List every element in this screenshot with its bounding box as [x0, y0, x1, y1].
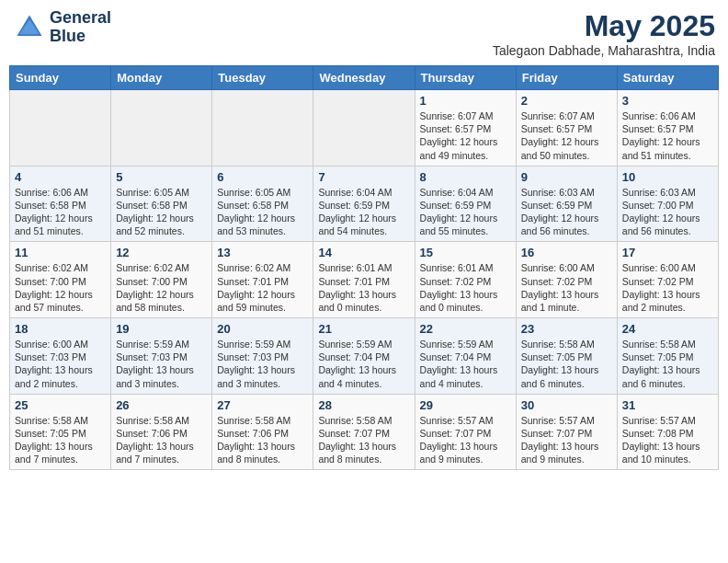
day-number: 15 [420, 246, 511, 259]
day-number: 16 [521, 246, 612, 259]
calendar-cell: 23Sunrise: 5:58 AM Sunset: 7:05 PM Dayli… [516, 318, 617, 395]
day-number: 7 [318, 170, 409, 184]
day-info: Sunrise: 5:59 AM Sunset: 7:03 PM Dayligh… [116, 338, 207, 390]
calendar-cell: 17Sunrise: 6:00 AM Sunset: 7:02 PM Dayli… [617, 242, 718, 318]
calendar-cell: 1Sunrise: 6:07 AM Sunset: 6:57 PM Daylig… [415, 90, 516, 167]
calendar-cell: 26Sunrise: 5:58 AM Sunset: 7:06 PM Dayli… [111, 394, 212, 470]
calendar-cell: 14Sunrise: 6:01 AM Sunset: 7:01 PM Dayli… [313, 242, 415, 318]
day-number: 28 [318, 398, 409, 412]
day-info: Sunrise: 6:00 AM Sunset: 7:02 PM Dayligh… [521, 261, 612, 314]
calendar-cell: 9Sunrise: 6:03 AM Sunset: 6:59 PM Daylig… [516, 166, 617, 242]
calendar-cell: 13Sunrise: 6:02 AM Sunset: 7:01 PM Dayli… [212, 242, 313, 318]
day-info: Sunrise: 5:57 AM Sunset: 7:07 PM Dayligh… [420, 414, 511, 466]
day-number: 14 [318, 246, 409, 259]
day-number: 11 [15, 246, 106, 259]
day-number: 17 [622, 246, 713, 259]
day-info: Sunrise: 6:03 AM Sunset: 7:00 PM Dayligh… [622, 186, 713, 238]
calendar-cell: 7Sunrise: 6:04 AM Sunset: 6:59 PM Daylig… [313, 166, 415, 242]
calendar-cell: 8Sunrise: 6:04 AM Sunset: 6:59 PM Daylig… [415, 166, 516, 242]
location: Talegaon Dabhade, Maharashtra, India [493, 43, 715, 58]
week-row-5: 25Sunrise: 5:58 AM Sunset: 7:05 PM Dayli… [10, 394, 719, 470]
day-info: Sunrise: 6:05 AM Sunset: 6:58 PM Dayligh… [217, 186, 308, 238]
day-info: Sunrise: 6:06 AM Sunset: 6:58 PM Dayligh… [15, 186, 106, 238]
calendar-cell: 11Sunrise: 6:02 AM Sunset: 7:00 PM Dayli… [10, 242, 111, 318]
day-info: Sunrise: 5:57 AM Sunset: 7:07 PM Dayligh… [521, 414, 612, 466]
day-number: 9 [521, 170, 612, 184]
day-info: Sunrise: 6:01 AM Sunset: 7:01 PM Dayligh… [318, 261, 409, 314]
calendar-cell: 27Sunrise: 5:58 AM Sunset: 7:06 PM Dayli… [212, 394, 313, 470]
calendar-cell: 5Sunrise: 6:05 AM Sunset: 6:58 PM Daylig… [111, 166, 212, 242]
weekday-header-monday: Monday [111, 66, 212, 90]
day-number: 30 [521, 398, 612, 412]
day-info: Sunrise: 6:00 AM Sunset: 7:02 PM Dayligh… [622, 261, 713, 314]
day-info: Sunrise: 6:06 AM Sunset: 6:57 PM Dayligh… [622, 109, 713, 162]
calendar-cell: 19Sunrise: 5:59 AM Sunset: 7:03 PM Dayli… [111, 318, 212, 395]
calendar: SundayMondayTuesdayWednesdayThursdayFrid… [9, 65, 719, 470]
day-info: Sunrise: 6:02 AM Sunset: 7:00 PM Dayligh… [116, 261, 207, 314]
day-number: 19 [116, 322, 207, 336]
day-info: Sunrise: 5:57 AM Sunset: 7:08 PM Dayligh… [622, 414, 713, 466]
day-info: Sunrise: 5:58 AM Sunset: 7:07 PM Dayligh… [318, 414, 409, 466]
day-number: 1 [420, 94, 511, 108]
day-number: 12 [116, 246, 207, 259]
day-info: Sunrise: 6:03 AM Sunset: 6:59 PM Dayligh… [521, 186, 612, 238]
day-info: Sunrise: 5:58 AM Sunset: 7:05 PM Dayligh… [521, 338, 612, 390]
calendar-cell [313, 90, 415, 167]
day-number: 3 [622, 94, 713, 108]
week-row-4: 18Sunrise: 6:00 AM Sunset: 7:03 PM Dayli… [10, 318, 719, 395]
calendar-cell: 31Sunrise: 5:57 AM Sunset: 7:08 PM Dayli… [617, 394, 718, 470]
month-year: May 2025 [493, 9, 715, 43]
day-info: Sunrise: 6:07 AM Sunset: 6:57 PM Dayligh… [420, 109, 511, 162]
day-info: Sunrise: 5:59 AM Sunset: 7:04 PM Dayligh… [420, 338, 511, 390]
calendar-cell: 16Sunrise: 6:00 AM Sunset: 7:02 PM Dayli… [516, 242, 617, 318]
calendar-cell [111, 90, 212, 167]
day-number: 6 [217, 170, 308, 184]
calendar-cell [212, 90, 313, 167]
day-info: Sunrise: 5:58 AM Sunset: 7:05 PM Dayligh… [15, 414, 106, 466]
weekday-header-sunday: Sunday [10, 66, 111, 90]
calendar-cell: 28Sunrise: 5:58 AM Sunset: 7:07 PM Dayli… [313, 394, 415, 470]
day-info: Sunrise: 6:05 AM Sunset: 6:58 PM Dayligh… [116, 186, 207, 238]
calendar-cell [10, 90, 111, 167]
calendar-cell: 30Sunrise: 5:57 AM Sunset: 7:07 PM Dayli… [516, 394, 617, 470]
day-info: Sunrise: 5:59 AM Sunset: 7:03 PM Dayligh… [217, 338, 308, 390]
day-info: Sunrise: 5:58 AM Sunset: 7:06 PM Dayligh… [116, 414, 207, 466]
day-number: 20 [217, 322, 308, 336]
title-block: May 2025 Talegaon Dabhade, Maharashtra, … [493, 9, 715, 58]
day-number: 10 [622, 170, 713, 184]
day-number: 4 [15, 170, 106, 184]
day-number: 23 [521, 322, 612, 336]
day-number: 5 [116, 170, 207, 184]
calendar-cell: 21Sunrise: 5:59 AM Sunset: 7:04 PM Dayli… [313, 318, 415, 395]
calendar-cell: 15Sunrise: 6:01 AM Sunset: 7:02 PM Dayli… [415, 242, 516, 318]
day-number: 22 [420, 322, 511, 336]
calendar-cell: 24Sunrise: 5:58 AM Sunset: 7:05 PM Dayli… [617, 318, 718, 395]
calendar-cell: 2Sunrise: 6:07 AM Sunset: 6:57 PM Daylig… [516, 90, 617, 167]
week-row-3: 11Sunrise: 6:02 AM Sunset: 7:00 PM Dayli… [10, 242, 719, 318]
calendar-cell: 25Sunrise: 5:58 AM Sunset: 7:05 PM Dayli… [10, 394, 111, 470]
day-info: Sunrise: 6:01 AM Sunset: 7:02 PM Dayligh… [420, 261, 511, 314]
day-info: Sunrise: 6:02 AM Sunset: 7:00 PM Dayligh… [15, 261, 106, 314]
weekday-header-wednesday: Wednesday [313, 66, 415, 90]
day-info: Sunrise: 6:04 AM Sunset: 6:59 PM Dayligh… [318, 186, 409, 238]
weekday-header-saturday: Saturday [617, 66, 718, 90]
day-number: 8 [420, 170, 511, 184]
day-number: 13 [217, 246, 308, 259]
weekday-header-friday: Friday [516, 66, 617, 90]
day-number: 27 [217, 398, 308, 412]
logo-icon [13, 11, 46, 44]
calendar-cell: 22Sunrise: 5:59 AM Sunset: 7:04 PM Dayli… [415, 318, 516, 395]
calendar-cell: 12Sunrise: 6:02 AM Sunset: 7:00 PM Dayli… [111, 242, 212, 318]
week-row-1: 1Sunrise: 6:07 AM Sunset: 6:57 PM Daylig… [10, 90, 719, 167]
calendar-cell: 10Sunrise: 6:03 AM Sunset: 7:00 PM Dayli… [617, 166, 718, 242]
day-info: Sunrise: 5:58 AM Sunset: 7:05 PM Dayligh… [622, 338, 713, 390]
day-number: 31 [622, 398, 713, 412]
calendar-cell: 4Sunrise: 6:06 AM Sunset: 6:58 PM Daylig… [10, 166, 111, 242]
calendar-cell: 6Sunrise: 6:05 AM Sunset: 6:58 PM Daylig… [212, 166, 313, 242]
day-number: 24 [622, 322, 713, 336]
weekday-header-tuesday: Tuesday [212, 66, 313, 90]
day-number: 26 [116, 398, 207, 412]
day-info: Sunrise: 6:07 AM Sunset: 6:57 PM Dayligh… [521, 109, 612, 162]
weekday-header-row: SundayMondayTuesdayWednesdayThursdayFrid… [10, 66, 719, 90]
day-info: Sunrise: 6:00 AM Sunset: 7:03 PM Dayligh… [15, 338, 106, 390]
